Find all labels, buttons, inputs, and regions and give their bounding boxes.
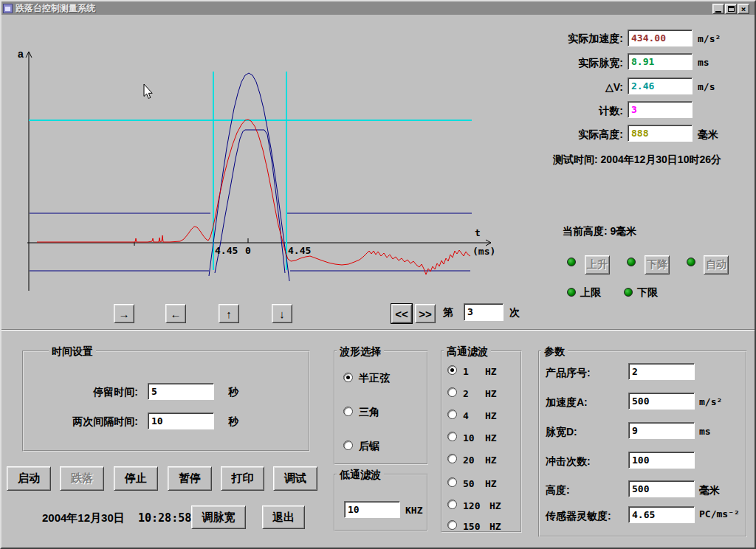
exit-button[interactable]: 退出 bbox=[262, 505, 305, 529]
hp-unit: HZ bbox=[485, 388, 497, 399]
sensor-sensitivity-input[interactable]: 4.65 bbox=[628, 506, 695, 523]
debug-button[interactable]: 调试 bbox=[273, 466, 317, 491]
radio-hp-120hz[interactable] bbox=[447, 500, 457, 509]
double-left-chevron-icon: << bbox=[395, 308, 408, 320]
params-title: 参数 bbox=[541, 345, 568, 359]
auto-indicator-led bbox=[687, 258, 695, 266]
drop-button[interactable]: 跌落 bbox=[60, 466, 104, 491]
time-settings-group: 时间设置 停留时间: 5 秒 两次间隔时间: 10 秒 bbox=[22, 351, 310, 452]
y-axis-label: a bbox=[18, 48, 24, 60]
move-up-button[interactable]: ↑ bbox=[219, 304, 239, 323]
acceleration-input[interactable]: 500 bbox=[628, 393, 695, 410]
readout-unit: m/s bbox=[698, 81, 715, 92]
hp-value: 1 bbox=[463, 366, 469, 377]
current-height-value: 9毫米 bbox=[611, 225, 637, 237]
adjust-pulsewidth-button[interactable]: 调脉宽 bbox=[191, 505, 246, 529]
hp-value: 50 bbox=[463, 478, 475, 489]
tick-label-zero: 0 bbox=[245, 245, 251, 256]
counter-prefix: 第 bbox=[443, 306, 453, 320]
x-axis-label: t bbox=[475, 227, 481, 238]
interval-time-label: 两次间隔时间: bbox=[46, 415, 138, 429]
move-right-button[interactable]: → bbox=[114, 304, 134, 323]
left-arrow-icon: ← bbox=[171, 308, 182, 320]
hp-value: 10 bbox=[463, 432, 475, 443]
stop-button[interactable]: 停止 bbox=[114, 466, 158, 491]
upper-limit-label: 上限 bbox=[580, 286, 601, 300]
lower-limit-label: 下限 bbox=[637, 286, 658, 300]
close-button[interactable]: × bbox=[738, 4, 749, 14]
count-value: 3 bbox=[631, 104, 637, 115]
radio-hp-2hz[interactable] bbox=[447, 387, 457, 397]
minimize-button[interactable] bbox=[712, 4, 724, 14]
count-field[interactable]: 3 bbox=[628, 101, 693, 118]
auto-button[interactable]: 自动 bbox=[704, 255, 729, 274]
hp-unit: HZ bbox=[485, 366, 497, 377]
minimize-icon bbox=[715, 11, 721, 13]
actual-height-value: 888 bbox=[631, 128, 648, 139]
move-left-button[interactable]: ← bbox=[165, 304, 186, 323]
move-down-button[interactable]: ↓ bbox=[272, 304, 292, 323]
down-button[interactable]: 下降 bbox=[645, 255, 670, 274]
readout-label: △V: bbox=[542, 81, 623, 93]
actual-acceleration-value: 434.00 bbox=[631, 32, 666, 44]
down-arrow-icon: ↓ bbox=[279, 308, 285, 320]
record-number-input[interactable]: 3 bbox=[464, 303, 504, 321]
next-record-button[interactable]: >> bbox=[415, 304, 436, 323]
hp-value: 120 bbox=[463, 500, 480, 511]
height-label: 高度: bbox=[546, 484, 570, 497]
waveform-chart bbox=[1, 1, 533, 334]
actual-height-field[interactable]: 888 bbox=[628, 125, 693, 142]
hp-value: 150 bbox=[463, 521, 480, 532]
radio-triangle[interactable] bbox=[343, 407, 353, 416]
dwell-time-label: 停留时间: bbox=[46, 386, 138, 399]
radio-hp-150hz[interactable] bbox=[447, 520, 457, 530]
height-input[interactable]: 500 bbox=[628, 480, 695, 497]
current-height-label: 当前高度: bbox=[563, 225, 608, 237]
lowpass-unit: KHZ bbox=[405, 505, 422, 516]
radio-half-sine-label: 半正弦 bbox=[359, 372, 390, 385]
delta-v-field[interactable]: 2.46 bbox=[628, 77, 693, 94]
up-button[interactable]: 上升 bbox=[585, 255, 610, 274]
shock-count-input[interactable]: 100 bbox=[628, 452, 695, 469]
radio-half-sine[interactable] bbox=[343, 373, 353, 382]
tick-label-right: 4.45 bbox=[288, 245, 311, 256]
product-no-input[interactable]: 2 bbox=[628, 363, 695, 380]
up-indicator-led bbox=[567, 258, 576, 266]
sensor-sensitivity-unit: PC/ms⁻² bbox=[699, 508, 740, 519]
lowpass-input[interactable]: 10 bbox=[344, 501, 400, 518]
hp-unit: HZ bbox=[485, 455, 497, 466]
measured-waveform bbox=[37, 120, 470, 274]
actual-pulsewidth-field[interactable]: 8.91 bbox=[628, 53, 693, 70]
radio-hp-10hz[interactable] bbox=[447, 432, 457, 441]
product-no-label: 产品序号: bbox=[546, 367, 591, 380]
current-height-row: 当前高度: 9毫米 bbox=[563, 225, 636, 238]
radio-hp-20hz[interactable] bbox=[447, 454, 457, 463]
radio-triangle-label: 三角 bbox=[359, 406, 379, 419]
prev-record-button[interactable]: << bbox=[391, 304, 412, 323]
hp-unit: HZ bbox=[485, 432, 497, 443]
acceleration-unit: m/s² bbox=[699, 396, 722, 407]
pause-button[interactable]: 暂停 bbox=[168, 466, 212, 491]
restore-button[interactable] bbox=[725, 4, 737, 14]
readout-unit: m/s² bbox=[698, 33, 721, 44]
actual-acceleration-field[interactable]: 434.00 bbox=[628, 30, 693, 46]
actual-pulsewidth-value: 8.91 bbox=[631, 56, 654, 67]
shock-count-label: 冲击次数: bbox=[546, 455, 591, 469]
pulsewidth-label: 脉宽D: bbox=[546, 426, 577, 439]
radio-rear-saw[interactable] bbox=[343, 441, 353, 450]
radio-hp-50hz[interactable] bbox=[447, 477, 457, 487]
print-button[interactable]: 打印 bbox=[221, 466, 264, 491]
x-axis-arrowhead-t bbox=[486, 240, 491, 243]
radio-hp-1hz[interactable] bbox=[447, 365, 457, 375]
pulsewidth-input[interactable]: 9 bbox=[628, 422, 695, 439]
readout-label: 实际加速度: bbox=[542, 32, 623, 46]
test-time-value: 2004年12月30日10时26分 bbox=[601, 153, 721, 165]
dwell-time-input[interactable]: 5 bbox=[148, 383, 214, 400]
y-axis-arrowhead-l bbox=[26, 52, 29, 58]
radio-hp-4hz[interactable] bbox=[447, 410, 457, 419]
start-button[interactable]: 启动 bbox=[7, 466, 51, 491]
interval-time-input[interactable]: 10 bbox=[148, 412, 214, 429]
delta-v-value: 2.46 bbox=[631, 80, 654, 92]
close-icon: × bbox=[741, 4, 746, 14]
readout-unit: ms bbox=[698, 57, 709, 68]
